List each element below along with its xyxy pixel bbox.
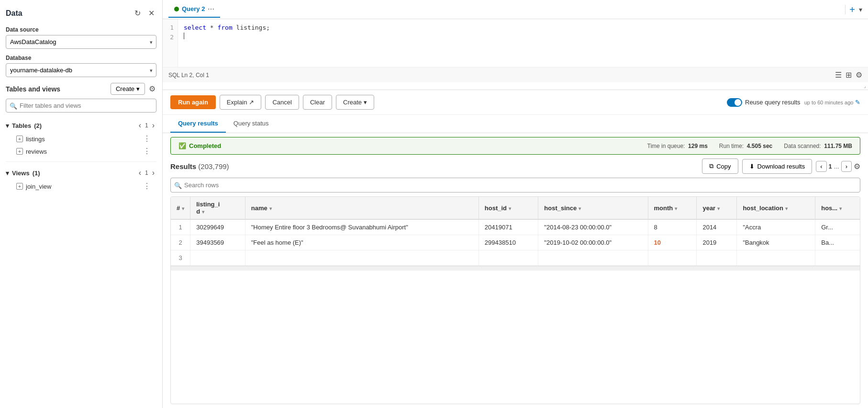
views-pagination: ‹ 1 › — [137, 168, 156, 178]
run-again-button[interactable]: Run again — [170, 95, 216, 109]
editor-list-icon[interactable]: ☰ — [835, 70, 842, 79]
database-select[interactable]: yourname-datalake-db — [6, 63, 156, 77]
reuse-toggle[interactable] — [727, 98, 742, 107]
time-in-queue-label: Time in queue: — [647, 143, 685, 149]
year-sort-icon: ▾ — [717, 206, 720, 211]
datasource-label: Data source — [6, 26, 156, 33]
tab-query-results[interactable]: Query results — [170, 115, 226, 133]
cell-row-2: 2 — [171, 235, 190, 250]
listings-expand-icon: + — [16, 136, 23, 142]
create-button[interactable]: Create ▾ — [111, 83, 145, 95]
code-editor[interactable]: select * from listings; — [178, 19, 868, 67]
tables-section-title-group: ▾ Tables (2) — [6, 122, 42, 129]
editor-cursor — [184, 33, 184, 39]
clear-button[interactable]: Clear — [303, 95, 332, 110]
data-scanned-label: Data scanned: — [784, 143, 821, 149]
copy-label: Copy — [716, 163, 731, 170]
sidebar-header-icons: ↻ ✕ — [133, 8, 156, 19]
tables-views-header: Tables and views Create ▾ ⚙ — [6, 83, 156, 95]
table-row: 2 39493569 "Feel as home (E)" 299438510 … — [171, 235, 860, 250]
code-line-1: select * from listings; — [184, 23, 862, 33]
add-query-tab-button[interactable]: + — [849, 5, 855, 14]
datasource-select[interactable]: AwsDataCatalog — [6, 35, 156, 49]
prev-page-button[interactable]: ‹ — [816, 161, 826, 172]
cell-host-id-1: 20419071 — [479, 219, 538, 235]
query-toolbar: Run again Explain ↗ Cancel Clear Create … — [163, 90, 868, 115]
join-view-more-button[interactable]: ⋮ — [141, 182, 153, 190]
tables-prev-button[interactable]: ‹ — [137, 120, 143, 131]
views-chevron-icon: ▾ — [6, 170, 9, 177]
results-title: Results (203,799) — [170, 162, 229, 170]
col-header-host-location[interactable]: host_location▾ — [737, 197, 815, 219]
sql-select: select — [184, 24, 206, 31]
views-section-header[interactable]: ▾ Views (1) ‹ 1 › — [6, 166, 156, 180]
run-time-stat: Run time: 4.505 sec — [719, 143, 772, 149]
query-tab-more-button[interactable]: ⋯ — [208, 5, 214, 13]
views-next-button[interactable]: › — [150, 168, 156, 178]
query-tab-2[interactable]: Query 2 ⋯ — [168, 1, 220, 18]
col-header-name[interactable]: name▾ — [245, 197, 479, 219]
cell-month-3 — [648, 250, 697, 266]
table-item-join-view[interactable]: + join_view ⋮ — [6, 180, 156, 193]
cell-row-1: 1 — [171, 219, 190, 235]
search-rows-icon: 🔍 — [174, 181, 182, 189]
col-header-year[interactable]: year▾ — [697, 197, 737, 219]
collapse-sidebar-button[interactable]: ✕ — [146, 8, 156, 19]
datasource-select-wrapper: AwsDataCatalog ▾ — [6, 35, 156, 49]
table-item-reviews-left: + reviews — [16, 148, 47, 155]
create-dropdown-button[interactable]: Create ▾ — [336, 95, 374, 110]
tables-settings-icon[interactable]: ⚙ — [148, 83, 156, 94]
host-since-sort-icon: ▾ — [579, 206, 581, 211]
next-page-button[interactable]: › — [841, 161, 852, 172]
views-prev-button[interactable]: ‹ — [137, 168, 143, 178]
row-num-sort-icon: ▾ — [182, 206, 184, 211]
refresh-button[interactable]: ↻ — [133, 8, 143, 19]
tables-pagination: ‹ 1 › — [137, 120, 156, 131]
tab-query-status[interactable]: Query status — [226, 115, 277, 133]
editor-icons: ☰ ⊞ ⚙ — [835, 70, 862, 79]
time-in-queue-value: 129 ms — [688, 143, 708, 149]
views-section-title-group: ▾ Views (1) — [6, 170, 40, 177]
resize-handle[interactable]: ⌟ — [163, 82, 868, 90]
col-header-host-id[interactable]: host_id▾ — [479, 197, 538, 219]
tab-dropdown-button[interactable]: ▾ — [859, 6, 862, 13]
cell-host-location-1: "Accra — [737, 219, 815, 235]
listings-more-button[interactable]: ⋮ — [141, 135, 153, 143]
reuse-edit-icon[interactable]: ✎ — [855, 99, 860, 106]
col-header-host-since[interactable]: host_since▾ — [538, 197, 648, 219]
search-rows-input[interactable] — [170, 178, 860, 193]
filter-tables-input[interactable] — [6, 99, 156, 113]
sidebar: Data ↻ ✕ Data source AwsDataCatalog ▾ Da… — [0, 0, 163, 408]
table-item-reviews[interactable]: + reviews ⋮ — [6, 145, 156, 158]
completed-left: ✅ Completed — [178, 142, 221, 149]
col-header-listing-id[interactable]: listing_id▾ — [190, 197, 245, 219]
col-header-month[interactable]: month▾ — [648, 197, 697, 219]
cancel-button[interactable]: Cancel — [265, 95, 299, 110]
results-table-wrapper: #▾ listing_id▾ name▾ host_id▾ — [170, 196, 860, 404]
header-row: #▾ listing_id▾ name▾ host_id▾ — [171, 197, 860, 219]
editor-table-icon[interactable]: ⊞ — [846, 70, 852, 79]
col-header-host-more[interactable]: hos...▾ — [815, 197, 860, 219]
results-actions: ⧉ Copy ⬇ Download results ‹ 1 ... › ⚙ — [702, 159, 860, 174]
download-results-button[interactable]: ⬇ Download results — [742, 159, 812, 174]
reviews-name: reviews — [26, 148, 47, 155]
sql-star: * — [210, 24, 218, 31]
database-label: Database — [6, 55, 156, 61]
database-group: Database yourname-datalake-db ▾ — [6, 55, 156, 77]
create-dropdown-label: Create — [343, 99, 362, 106]
editor-settings-icon[interactable]: ⚙ — [856, 70, 862, 79]
results-table: #▾ listing_id▾ name▾ host_id▾ — [171, 197, 860, 266]
table-settings-icon[interactable]: ⚙ — [854, 162, 860, 171]
copy-button[interactable]: ⧉ Copy — [702, 159, 738, 174]
tables-section-header[interactable]: ▾ Tables (2) ‹ 1 › — [6, 118, 156, 133]
cell-host-id-3 — [479, 250, 538, 266]
run-time-value: 4.505 sec — [747, 143, 772, 149]
tables-next-button[interactable]: › — [150, 120, 156, 131]
table-item-listings[interactable]: + listings ⋮ — [6, 133, 156, 145]
table-scrollbar-bottom[interactable] — [171, 266, 860, 271]
cell-host-more-3 — [815, 250, 860, 266]
listing-id-sort-icon: ▾ — [202, 209, 204, 215]
explain-button[interactable]: Explain ↗ — [220, 95, 262, 110]
reviews-more-button[interactable]: ⋮ — [141, 147, 153, 155]
tables-page: 1 — [145, 122, 148, 129]
